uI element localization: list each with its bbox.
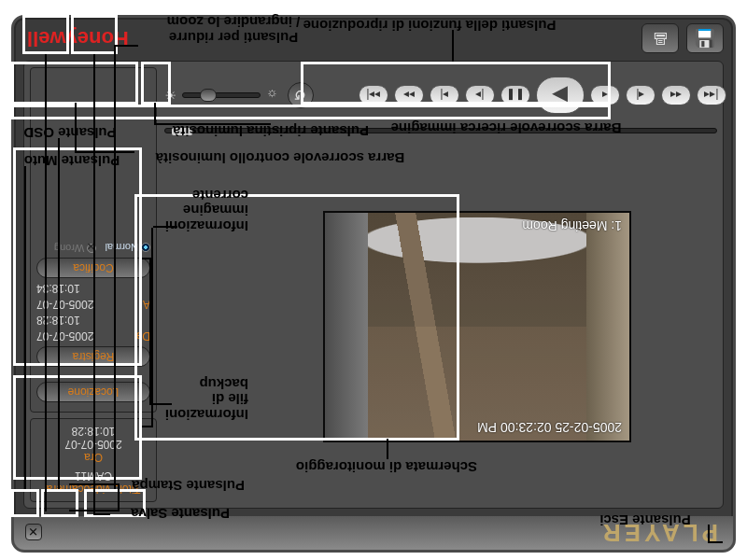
hl-save xyxy=(71,15,118,54)
hl-seek xyxy=(11,105,611,119)
hl-brreset xyxy=(141,62,171,105)
step-back-button[interactable]: ◂| xyxy=(626,85,655,105)
hl-mute xyxy=(11,489,39,517)
hl-imginfo xyxy=(13,375,142,480)
hl-print xyxy=(22,15,69,54)
brightness-slider[interactable] xyxy=(182,92,261,98)
exit-button[interactable]: ✕ xyxy=(25,524,42,540)
titlebar: PLAYER xyxy=(14,516,733,550)
save-button[interactable]: 💾 xyxy=(686,23,724,53)
hl-backup xyxy=(13,147,142,366)
hl-osd xyxy=(41,489,78,517)
hl-playback xyxy=(301,62,611,105)
brightness-slider-group: ☼ ☀ xyxy=(164,88,278,103)
app-title: PLAYER xyxy=(599,519,718,548)
brightness-low-icon: ☼ xyxy=(266,88,278,103)
hl-zoom xyxy=(84,489,146,517)
hl-brslider xyxy=(11,62,138,105)
video-timestamp: 2005-02-25 02:23:00 PM xyxy=(477,420,622,435)
seek-end-marker xyxy=(172,128,192,135)
video-camera-label: 1: Meeting Room xyxy=(522,218,622,233)
rewind-button[interactable]: ◂◂ xyxy=(661,85,691,105)
first-button[interactable]: |◂◂ xyxy=(697,85,726,105)
seek-bar[interactable] xyxy=(164,125,717,136)
hl-monitor xyxy=(134,194,459,441)
print-button[interactable]: 🖶 xyxy=(641,23,679,53)
footer: 💾 🖶 Honeywell xyxy=(14,18,733,59)
brightness-knob[interactable] xyxy=(200,89,217,102)
